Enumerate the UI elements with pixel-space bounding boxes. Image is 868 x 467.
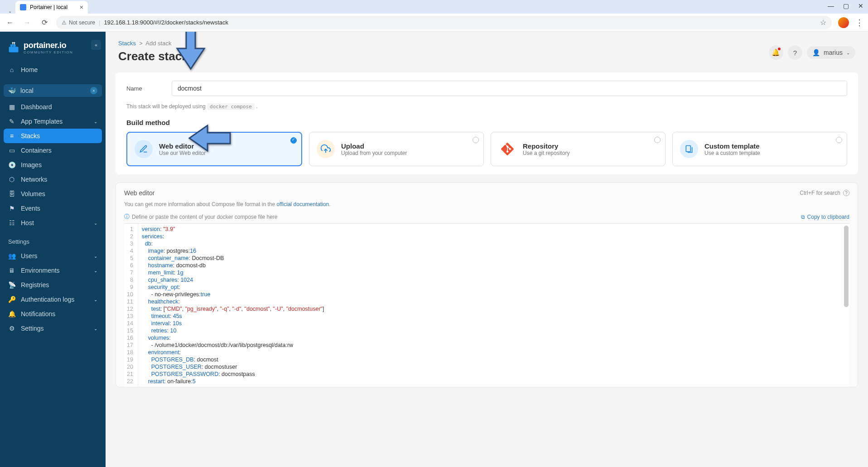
sidebar-item-label: Images bbox=[21, 161, 42, 169]
annotation-arrow-down bbox=[173, 32, 209, 75]
sidebar-item-containers[interactable]: ▭Containers bbox=[0, 143, 106, 158]
username-label: marius bbox=[824, 49, 843, 56]
help-circle-icon[interactable]: ? bbox=[843, 190, 849, 196]
sidebar-item-dashboard[interactable]: ▦Dashboard bbox=[0, 100, 106, 114]
back-icon[interactable]: ← bbox=[5, 17, 15, 28]
nav-icon: ⚙ bbox=[8, 325, 15, 332]
notification-dot-icon bbox=[778, 48, 781, 50]
nav-icon: ▦ bbox=[8, 103, 15, 111]
annotation-arrow-left bbox=[187, 125, 232, 154]
sidebar-item-host[interactable]: ☷Host⌄ bbox=[0, 216, 106, 230]
sidebar-item-volumes[interactable]: 🗄Volumes bbox=[0, 187, 106, 201]
method-title: Repository bbox=[523, 142, 569, 150]
svg-rect-3 bbox=[686, 146, 690, 152]
sidebar-item-networks[interactable]: ⬡Networks bbox=[0, 172, 106, 187]
nav-icon: ✎ bbox=[8, 118, 15, 125]
security-badge[interactable]: ⚠ Not secure bbox=[62, 19, 95, 26]
window-controls: — ▢ ✕ bbox=[828, 2, 863, 10]
sidebar-item-notifications[interactable]: 🔔Notifications bbox=[0, 307, 106, 321]
nav-icon: ≡ bbox=[8, 132, 15, 140]
stack-name-input[interactable] bbox=[172, 81, 847, 96]
code-gutter: 12345678910111213141516171819202122 bbox=[124, 224, 138, 387]
warning-icon: ⚠ bbox=[62, 19, 67, 26]
editor-info: ⓘ Define or paste the content of your do… bbox=[124, 213, 278, 221]
user-menu-button[interactable]: 👤 marius ⌄ bbox=[807, 46, 855, 59]
sidebar-item-label: Notifications bbox=[21, 310, 55, 318]
sidebar: « portainer.io COMMUNITY EDITION ⌂ Home … bbox=[0, 32, 106, 467]
radio-checked-icon bbox=[290, 137, 297, 144]
sidebar-item-label: Stacks bbox=[21, 132, 40, 140]
method-repository[interactable]: Repository Use a git repository bbox=[491, 132, 665, 166]
tab-title: Portainer | local bbox=[30, 4, 68, 10]
edit-icon bbox=[135, 140, 153, 158]
docs-link[interactable]: official documentation bbox=[276, 201, 329, 207]
chevron-down-icon: ⌄ bbox=[94, 268, 97, 273]
method-subtitle: Upload from your computer bbox=[341, 150, 407, 156]
svg-rect-1 bbox=[10, 44, 13, 47]
svg-rect-2 bbox=[13, 44, 15, 47]
sidebar-item-home[interactable]: ⌂ Home bbox=[0, 63, 106, 77]
chevron-down-icon: ⌄ bbox=[94, 221, 97, 226]
scrollbar-thumb[interactable] bbox=[844, 226, 849, 307]
sidebar-item-label: Users bbox=[21, 252, 38, 260]
security-label: Not secure bbox=[69, 19, 95, 26]
home-icon: ⌂ bbox=[8, 66, 15, 73]
sidebar-item-label: Environments bbox=[21, 267, 60, 274]
radio-icon bbox=[654, 137, 661, 143]
url-bar[interactable]: ⚠ Not secure | 192.168.1.18:9000/#!/2/do… bbox=[56, 16, 832, 29]
sidebar-item-stacks[interactable]: ≡Stacks bbox=[4, 129, 102, 143]
editor-hint: You can get more information about Compo… bbox=[124, 201, 849, 207]
method-custom-template[interactable]: Custom template Use a custom template bbox=[672, 132, 847, 166]
bookmark-star-icon[interactable]: ☆ bbox=[820, 18, 826, 27]
info-icon: ⓘ bbox=[124, 213, 130, 221]
browser-tab[interactable]: Portainer | local × bbox=[15, 1, 88, 14]
sidebar-settings-heading: Settings bbox=[0, 230, 106, 249]
sidebar-item-events[interactable]: ⚑Events bbox=[0, 201, 106, 216]
breadcrumb-root[interactable]: Stacks bbox=[118, 40, 136, 47]
sidebar-item-authentication-logs[interactable]: 🔑Authentication logs⌄ bbox=[0, 292, 106, 307]
sidebar-item-registries[interactable]: 📡Registries bbox=[0, 278, 106, 292]
upload-cloud-icon bbox=[317, 140, 335, 158]
sidebar-item-images[interactable]: 💿Images bbox=[0, 158, 106, 172]
logo: portainer.io COMMUNITY EDITION bbox=[0, 37, 106, 63]
method-subtitle: Use a custom template bbox=[704, 150, 760, 156]
sidebar-item-label: Containers bbox=[21, 147, 52, 154]
environment-close-icon[interactable]: × bbox=[90, 87, 97, 94]
sidebar-item-settings[interactable]: ⚙Settings⌄ bbox=[0, 321, 106, 336]
sidebar-item-app-templates[interactable]: ✎App Templates⌄ bbox=[0, 114, 106, 129]
method-upload[interactable]: Upload Upload from your computer bbox=[309, 132, 484, 166]
user-icon: 👤 bbox=[812, 49, 820, 56]
profile-avatar-icon[interactable] bbox=[838, 17, 849, 28]
main-content: Stacks > Add stack Create stack 🔔 ? 👤 ma… bbox=[106, 32, 868, 467]
forward-icon[interactable]: → bbox=[22, 17, 33, 28]
environment-pill[interactable]: 🐳 local × bbox=[4, 84, 102, 97]
editor-shortcut-hint: Ctrl+F for search ? bbox=[800, 190, 849, 196]
sidebar-item-environments[interactable]: 🖥Environments⌄ bbox=[0, 263, 106, 278]
portainer-logo-icon bbox=[7, 41, 20, 54]
nav-icon: 📡 bbox=[8, 281, 15, 289]
reload-icon[interactable]: ⟳ bbox=[39, 17, 50, 28]
editor-title: Web editor bbox=[124, 189, 154, 197]
logo-subtitle: COMMUNITY EDITION bbox=[24, 50, 73, 54]
sidebar-item-label: Volumes bbox=[21, 190, 45, 197]
method-title: Upload bbox=[341, 142, 407, 150]
tab-list-dropdown-icon[interactable]: ⌄ bbox=[5, 9, 15, 14]
copy-to-clipboard-button[interactable]: ⧉ Copy to clipboard bbox=[801, 214, 849, 220]
code-editor[interactable]: 12345678910111213141516171819202122 vers… bbox=[124, 223, 849, 387]
svg-rect-0 bbox=[9, 47, 19, 52]
help-button[interactable]: ? bbox=[788, 45, 802, 60]
sidebar-item-users[interactable]: 👥Users⌄ bbox=[0, 249, 106, 263]
close-window-icon[interactable]: ✕ bbox=[858, 2, 863, 10]
browser-menu-icon[interactable]: ⋮ bbox=[855, 18, 863, 28]
nav-icon: ⬡ bbox=[8, 176, 15, 183]
nav-icon: 👥 bbox=[8, 252, 15, 260]
maximize-icon[interactable]: ▢ bbox=[843, 2, 849, 10]
code-content[interactable]: version: "3.9"services: db: image: postg… bbox=[138, 224, 328, 387]
notifications-button[interactable]: 🔔 bbox=[769, 45, 783, 60]
radio-icon bbox=[836, 137, 842, 143]
tab-close-icon[interactable]: × bbox=[80, 4, 83, 11]
sidebar-collapse-button[interactable]: « bbox=[91, 40, 101, 50]
favicon-icon bbox=[20, 4, 26, 10]
sidebar-item-label: Events bbox=[21, 205, 40, 212]
minimize-icon[interactable]: — bbox=[828, 2, 834, 10]
